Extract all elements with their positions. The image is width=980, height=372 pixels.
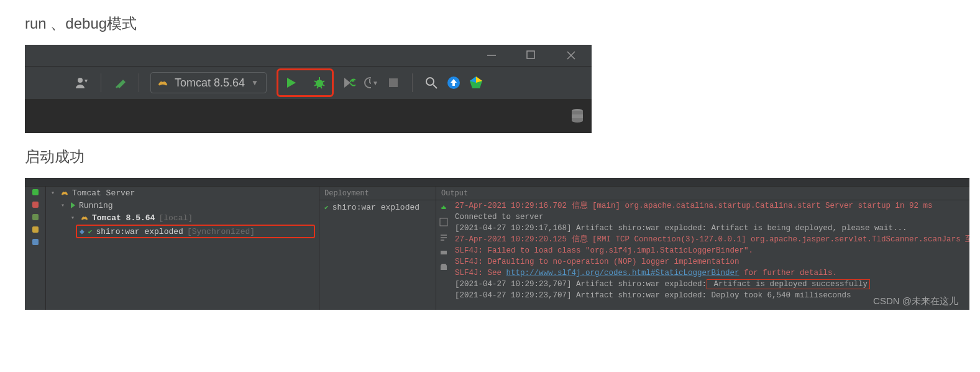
svg-rect-23: [441, 251, 447, 254]
log-line: 27-Apr-2021 10:29:20.125 信息 [RMI TCP Con…: [455, 234, 969, 245]
deployment-header: Deployment: [319, 187, 436, 200]
deployment-pane: Deployment ✔ shiro:war exploded: [319, 187, 436, 310]
success-highlight: Artifact is deployed successfully: [707, 279, 870, 289]
svg-point-6: [316, 80, 323, 87]
svg-text:▾: ▾: [85, 77, 88, 84]
build-icon[interactable]: [112, 75, 127, 90]
profile-icon[interactable]: ▼: [364, 75, 378, 90]
svg-point-18: [426, 78, 434, 85]
editor-strip: [25, 100, 592, 133]
log-line-slf4j-link: SLF4J: See http://www.slf4j.org/codes.ht…: [455, 267, 969, 279]
heading-start-success: 启动成功: [25, 147, 980, 167]
check-icon: ✔: [88, 228, 93, 236]
tree-node-suffix: [local]: [158, 213, 193, 223]
run-debug-highlight: [277, 68, 334, 97]
tree-root[interactable]: ▾ Tomcat Server: [46, 187, 319, 199]
log-line: SLF4J: Failed to load class "org.slf4j.i…: [455, 245, 969, 256]
deployment-item-label: shiro:war exploded: [332, 203, 419, 212]
log-line: Connected to server: [455, 212, 969, 223]
soft-wrap-icon[interactable]: [439, 233, 448, 241]
clear-icon[interactable]: [439, 263, 448, 271]
log-line: SLF4J: Defaulting to no-operation (NOP) …: [455, 256, 969, 267]
print-icon[interactable]: [439, 248, 448, 256]
svg-line-10: [314, 85, 316, 86]
play-icon: [71, 202, 75, 208]
settings-gutter-icon[interactable]: [32, 239, 39, 245]
tree-running[interactable]: ▾ Running: [46, 199, 319, 212]
run-coverage-icon[interactable]: [341, 75, 356, 90]
check-icon: ✔: [324, 203, 329, 212]
tomcat-icon: [157, 78, 168, 87]
close-icon[interactable]: [566, 50, 577, 61]
tool-window-gutter: [25, 187, 46, 310]
debug-button[interactable]: [312, 75, 327, 90]
layout-gutter-icon[interactable]: [32, 226, 39, 233]
server-tree-pane: ▾ Tomcat Server ▾ Running ▾ Tomcat 8.5.6…: [46, 187, 319, 310]
tomcat-icon: [81, 215, 88, 221]
deployment-item[interactable]: ✔ shiro:war exploded: [319, 200, 436, 215]
output-header: Output: [436, 187, 969, 200]
scroll-icon[interactable]: [439, 203, 448, 212]
log-line: [2021-04-27 10:29:17,168] Artifact shiro…: [455, 223, 969, 234]
svg-rect-22: [440, 218, 447, 226]
svg-line-13: [321, 86, 322, 88]
log-line: 27-Apr-2021 10:29:16.702 信息 [main] org.a…: [455, 200, 969, 212]
run-button[interactable]: [283, 75, 298, 90]
svg-rect-1: [527, 51, 534, 58]
ide-console-screenshot: ▾ Tomcat Server ▾ Running ▾ Tomcat 8.5.6…: [25, 178, 969, 310]
maximize-icon[interactable]: [526, 50, 537, 61]
chevron-down-icon: ▾: [51, 189, 57, 197]
jetbrains-icon[interactable]: [469, 75, 483, 90]
svg-line-11: [323, 85, 324, 86]
output-pane: Output 27-Apr-2021 10:29:16.702 信息 [main…: [436, 187, 969, 310]
log-line-success: [2021-04-27 10:29:23,707] Artifact shiro…: [455, 279, 969, 290]
stop-gutter-icon[interactable]: [32, 202, 39, 208]
user-icon[interactable]: ▾: [75, 75, 89, 90]
tree-server-node[interactable]: ▾ Tomcat 8.5.64 [local]: [46, 212, 319, 224]
tree-artifact-highlight[interactable]: ◆ ✔ shiro:war exploded [Synchronized]: [76, 225, 315, 238]
chevron-down-icon: ▾: [61, 202, 67, 209]
separator: [101, 73, 101, 92]
tree-node-label: Tomcat 8.5.64: [92, 213, 155, 223]
svg-line-12: [317, 86, 318, 88]
svg-line-8: [314, 81, 316, 82]
tree-running-label: Running: [79, 201, 113, 210]
minimize-icon[interactable]: [486, 50, 497, 61]
wrap-icon[interactable]: [439, 218, 448, 226]
tomcat-icon: [61, 190, 68, 196]
output-gutter: [436, 200, 451, 310]
chevron-down-icon: ▾: [71, 214, 77, 221]
separator: [139, 73, 139, 92]
window-titlebar: [25, 45, 592, 66]
svg-line-19: [433, 85, 437, 88]
svg-line-16: [370, 83, 371, 84]
rerun-gutter-icon[interactable]: [32, 214, 39, 220]
svg-point-4: [78, 78, 83, 83]
chevron-down-icon: ▼: [251, 78, 259, 87]
slf4j-link[interactable]: http://www.slf4j.org/codes.html#StaticLo…: [506, 269, 740, 277]
stop-button[interactable]: [386, 75, 401, 90]
svg-line-9: [323, 81, 324, 82]
search-icon[interactable]: [424, 75, 439, 90]
separator: [412, 73, 413, 92]
tree-artifact-label: shiro:war exploded: [96, 227, 183, 236]
main-toolbar: ▾ Tomcat 8.5.64 ▼ ▼: [25, 66, 592, 100]
console-tabs-strip: [25, 178, 969, 187]
run-config-selector[interactable]: Tomcat 8.5.64 ▼: [150, 72, 267, 93]
ide-toolbar-screenshot: ▾ Tomcat 8.5.64 ▼ ▼: [25, 45, 592, 133]
run-config-label: Tomcat 8.5.64: [175, 77, 245, 90]
output-content[interactable]: 27-Apr-2021 10:29:16.702 信息 [main] org.a…: [436, 200, 969, 301]
svg-rect-17: [389, 78, 398, 87]
database-icon[interactable]: [570, 108, 584, 126]
tree-artifact-suffix: [Synchronized]: [187, 227, 255, 236]
csdn-watermark: CSDN @未来在这儿: [873, 295, 958, 307]
tree-root-label: Tomcat Server: [72, 188, 135, 198]
update-icon[interactable]: [446, 75, 461, 90]
heading-run-debug: run 、debug模式: [25, 14, 980, 34]
run-gutter-icon[interactable]: [32, 189, 39, 195]
